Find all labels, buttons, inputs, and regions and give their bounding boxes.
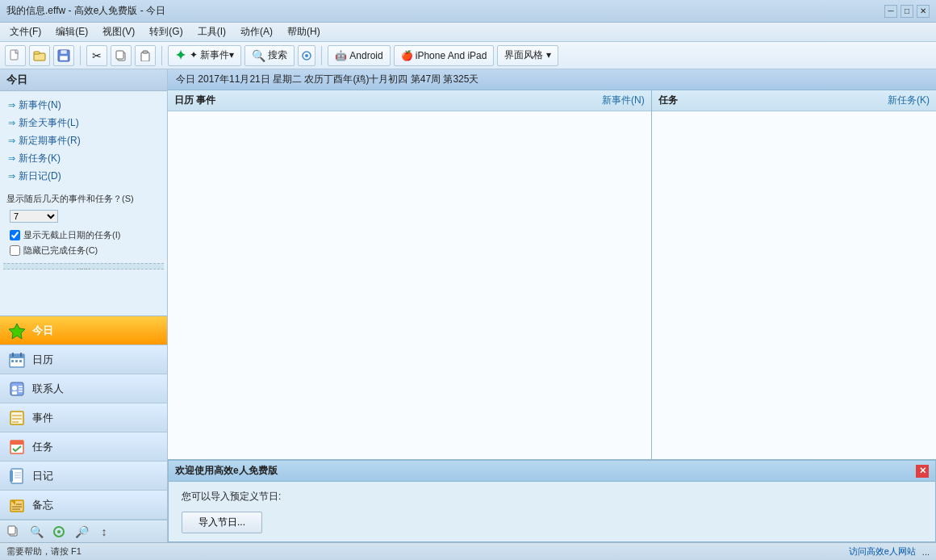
new-file-button[interactable] [5,45,26,66]
show-days-label: 显示随后几天的事件和任务？(S) [6,193,161,205]
sidebar-divider: ...... [3,263,164,270]
sidebar-title: 今日 [0,69,167,91]
checkbox-hide-done: 隐藏已完成任务(C) [6,243,161,258]
svg-rect-18 [15,360,18,362]
tasks-panel-header: 任务 新任务(K) [652,90,936,111]
menu-help[interactable]: 帮助(H) [281,23,327,40]
days-select[interactable]: 7 3 14 30 [10,210,58,223]
iphone-ipad-button[interactable]: 🍎 iPhone And iPad [394,45,495,66]
nav-tasks-label: 任务 [32,440,53,454]
nav-calendar-label: 日历 [32,353,53,367]
svg-rect-22 [12,391,17,395]
sidebar-link-new-task[interactable]: ⇒ 新任务(K) [3,150,164,167]
svg-rect-19 [19,360,22,362]
refresh-button[interactable] [298,45,315,66]
svg-rect-14 [10,354,24,358]
tasks-panel-new-button[interactable]: 新任务(K) [888,94,930,107]
sidebar-link-new-allday[interactable]: ⇒ 新全天事件(L) [3,115,164,132]
calendar-nav-icon [8,351,26,369]
maximize-button[interactable]: □ [900,5,913,18]
ui-style-button[interactable]: 界面风格 ▾ [497,45,558,66]
days-dropdown-container: 7 3 14 30 [6,208,161,224]
menu-tools[interactable]: 工具(I) [191,23,232,40]
nav-tasks[interactable]: 任务 [0,433,167,462]
android-button[interactable]: 🤖 Android [328,45,390,66]
nav-memo-label: 备忘 [32,498,53,512]
sidebar-link-new-recurring[interactable]: ⇒ 新定期事件(R) [3,132,164,149]
toolbar-sep-2 [161,46,162,65]
nav-events-label: 事件 [32,411,53,425]
sidebar-link-new-task-label: 新任务(K) [19,152,61,165]
events-panel-title: 日历 事件 [174,94,215,107]
apple-icon: 🍎 [401,50,413,61]
menu-bar: 文件(F) 编辑(E) 视图(V) 转到(G) 工具(I) 动作(A) 帮助(H… [0,23,936,42]
title-text: 我的信息.effw - 高效e人免费版 - 今日 [6,4,165,18]
sidebar-link-new-recurring-label: 新定期事件(R) [19,134,81,148]
save-button[interactable] [53,45,74,66]
menu-file[interactable]: 文件(F) [3,23,48,40]
paste-button[interactable] [135,45,156,66]
title-controls: ─ □ ✕ [884,5,930,18]
sidebar-bottom-zoom[interactable]: 🔎 [73,523,90,541]
sidebar-link-new-diary[interactable]: ⇒ 新日记(D) [3,168,164,185]
events-panel-body [168,111,651,459]
nav-diary-label: 日记 [32,469,53,483]
menu-action[interactable]: 动作(A) [234,23,279,40]
main-layout: 今日 ⇒ 新事件(N) ⇒ 新全天事件(L) ⇒ 新定期事件(R) ⇒ 新任务(… [0,69,936,542]
content-area: 今日 2017年11月21日 星期二 农历丁酉年(鸡)十月初四 第47周 第32… [168,69,936,542]
arrow-icon-1: ⇒ [8,100,15,111]
svg-rect-4 [61,50,67,54]
sidebar-bottom-arrow[interactable]: ↕ [95,523,113,541]
svg-point-11 [305,54,308,57]
nav-today[interactable]: 今日 [0,316,167,345]
tasks-panel-title: 任务 [658,94,678,107]
sidebar-bottom-copy[interactable] [5,523,23,541]
svg-rect-33 [10,470,13,482]
nav-calendar[interactable]: 日历 [0,345,167,374]
visit-website-link[interactable]: 访问高效e人网站 [849,545,916,558]
content-table-area: 日历 事件 新事件(N) 任务 新任务(K) [168,90,936,460]
welcome-close-button[interactable]: ✕ [916,465,929,478]
content-header: 今日 2017年11月21日 星期二 农历丁酉年(鸡)十月初四 第47周 第32… [168,69,936,90]
new-event-icon: ✦ [175,48,186,63]
nav-diary[interactable]: 日记 [0,462,167,491]
nav-today-label: 今日 [32,324,53,338]
menu-view[interactable]: 视图(V) [96,23,141,40]
nav-events[interactable]: 事件 [0,403,167,433]
events-panel-header: 日历 事件 新事件(N) [168,90,651,111]
events-panel: 日历 事件 新事件(N) [168,90,652,459]
minimize-button[interactable]: ─ [884,5,897,18]
sidebar-link-new-event[interactable]: ⇒ 新事件(N) [3,97,164,114]
sidebar-bottom-color[interactable] [50,523,68,541]
nav-items: 今日 日历 [0,316,167,520]
svg-marker-12 [9,324,25,339]
arrow-icon-2: ⇒ [8,118,15,128]
no-deadline-checkbox[interactable] [10,230,20,240]
events-panel-new-button[interactable]: 新事件(N) [602,94,645,107]
no-deadline-label: 显示无截止日期的任务(I) [23,229,120,241]
open-file-button[interactable] [29,45,50,66]
today-nav-icon [8,322,26,340]
copy-button[interactable] [111,45,132,66]
cut-button[interactable]: ✂ [86,45,107,66]
sidebar-bottom-search[interactable]: 🔍 [27,523,45,541]
contacts-nav-icon [8,380,26,398]
android-label: Android [349,50,382,61]
hide-done-checkbox[interactable] [10,245,20,256]
sidebar-link-new-diary-label: 新日记(D) [19,169,61,183]
menu-goto[interactable]: 转到(G) [143,23,189,40]
nav-contacts[interactable]: 联系人 [0,374,167,403]
android-icon: 🤖 [335,50,347,61]
sidebar-content: ⇒ 新事件(N) ⇒ 新全天事件(L) ⇒ 新定期事件(R) ⇒ 新任务(K) … [0,91,167,316]
menu-edit[interactable]: 编辑(E) [49,23,94,40]
new-event-button[interactable]: ✦ ✦ 新事件▾ [168,45,241,66]
tasks-nav-icon [8,438,26,456]
search-button[interactable]: 🔍 搜索 [244,45,295,66]
arrow-icon-3: ⇒ [8,136,15,146]
diary-nav-icon [8,467,26,485]
svg-point-45 [57,530,61,533]
nav-memo[interactable]: 备忘 [0,491,167,520]
welcome-body: 您可以导入预定义节日: 导入节日... [169,482,935,541]
import-holidays-button[interactable]: 导入节日... [182,512,262,533]
close-button[interactable]: ✕ [917,5,930,18]
